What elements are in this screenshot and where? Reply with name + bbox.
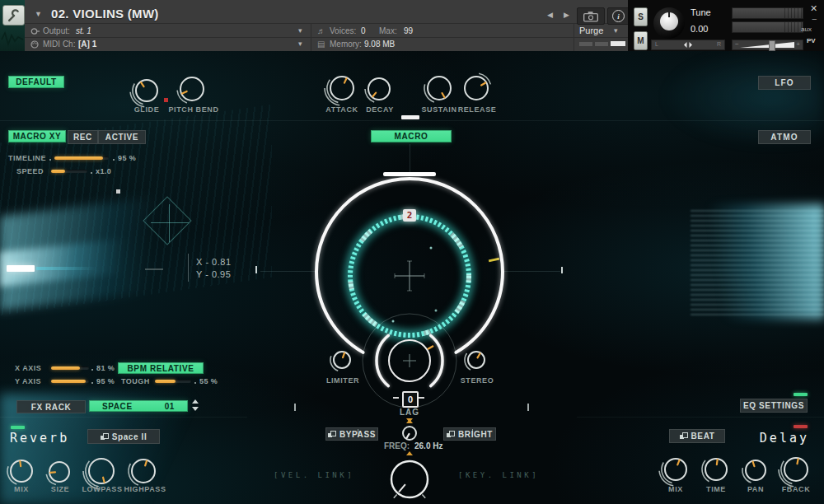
filter-main-knob[interactable] [385,455,434,504]
header-vdivider [574,24,574,51]
space-up-icon[interactable] [192,399,199,404]
release-knob[interactable] [459,71,494,109]
xy-marker[interactable]: 2 [403,209,416,222]
timeline-slider[interactable] [54,156,109,160]
speed-slider[interactable] [51,170,87,173]
tick-dot [194,382,196,384]
page-indicator[interactable] [401,115,419,119]
macro-bar[interactable]: MACRO [371,130,452,142]
decay-knob[interactable] [363,72,396,109]
limiter-knob[interactable] [328,346,356,377]
bypass-button[interactable]: BYPASS [325,427,378,441]
volume-slider-handle[interactable] [769,40,775,51]
pv-label[interactable]: PV [807,37,816,44]
kontakt-instrument-window: ▼ 02. VIOLINS (MW) ◀ ▶ i Output: st. 1 ▾… [0,0,824,504]
mute-button[interactable]: M [634,31,648,50]
space-label: SPACE [102,402,133,411]
fx-rack-button[interactable]: FX RACK [16,400,86,413]
voices-label: Voices: [330,26,356,35]
tune-knob[interactable] [653,7,685,39]
output-dropdown-icon[interactable]: ▾ [298,26,302,35]
reverb-size-label: SIZE [44,485,77,493]
tick-dot [91,369,93,371]
reverb-highpass-label: HIGHPASS [119,485,171,493]
close-icon[interactable]: ✕ [810,3,817,14]
waveform-icon [1,30,24,48]
volume-ramp [740,42,794,48]
purge-button[interactable]: Purge [579,26,603,35]
minimize-icon[interactable]: − [812,14,817,24]
tough-slider[interactable] [155,380,191,383]
eq-led [794,393,808,396]
prev-instrument-icon[interactable]: ◀ [547,11,553,19]
tab-rec[interactable]: REC [68,130,98,144]
x-axis-slider[interactable] [51,366,89,370]
delay-mix-knob[interactable] [659,453,692,489]
midi-dropdown-icon[interactable]: ▾ [298,40,302,48]
purge-dropdown-icon[interactable]: ▾ [614,26,618,35]
y-axis-slider[interactable] [51,380,89,383]
volume-minus-label: − [735,40,739,48]
bright-label: BRIGHT [458,430,493,439]
readout-divider [188,254,189,282]
preset-random-icon [328,431,335,438]
midi-activity-dot [164,98,168,102]
pan-slider-handle[interactable] [683,41,693,49]
key-link-label: [KEY. LINK] [458,471,539,479]
fx-divider-right [577,417,824,418]
delay-led[interactable] [794,425,808,428]
reverb-preset-button[interactable]: Space II [87,429,160,444]
attack-knob[interactable] [325,71,359,109]
y-readout: Y - 0.95 [196,269,231,279]
info-button[interactable]: i [607,7,630,25]
sustain-knob[interactable] [422,71,456,109]
next-instrument-icon[interactable]: ▶ [564,11,569,19]
tick-dot [91,172,92,174]
max-value: 99 [404,26,413,35]
bright-button[interactable]: BRIGHT [443,427,496,441]
decay-label: DECAY [359,105,400,114]
lag-label: LAG [399,408,420,417]
space-down-icon[interactable] [192,407,199,411]
pitch-bend-knob[interactable] [175,72,209,110]
volume-plus-label: + [796,40,800,48]
tab-macro-xy[interactable]: MACRO XY [8,130,66,142]
tab-active[interactable]: ACTIVE [98,130,146,144]
reverb-led[interactable] [11,426,25,429]
tick-dot [91,382,93,384]
hud-tick [472,429,473,436]
memory-value: 9.08 MB [364,40,395,49]
beat-button[interactable]: BEAT [669,429,725,443]
delay-pan-knob[interactable] [740,455,771,489]
snapshot-camera-button[interactable] [577,7,605,25]
fx-divider-left [0,417,247,418]
pan-slider[interactable]: L R [651,40,725,50]
solo-button[interactable]: S [634,7,648,26]
beat-label: BEAT [691,432,715,441]
wrench-icon [7,9,21,22]
preset-random-icon [680,432,687,440]
crosshair-hairline-top [410,144,410,172]
collapse-caret-icon[interactable]: ▼ [35,10,42,18]
lfo-button[interactable]: LFO [758,76,811,90]
delay-time-knob[interactable] [700,453,733,489]
stereo-knob[interactable] [462,346,490,377]
delay-time-label: TIME [700,485,733,493]
purge-meter-segment-active [611,41,625,46]
atmo-button[interactable]: ATMO [758,130,811,144]
preset-default-button[interactable]: DEFAULT [8,76,64,88]
volume-slider[interactable]: − + [732,40,803,50]
bpm-relative-button[interactable]: BPM RELATIVE [118,362,204,374]
header-vdivider [311,24,311,51]
purge-meter-segment [579,42,592,46]
eq-settings-button[interactable]: EQ SETTINGS [740,399,808,413]
level-meter-left [732,7,803,19]
wrench-button[interactable] [2,5,25,26]
space-preset-button[interactable]: SPACE 01 [89,400,188,412]
xy-crosshair [395,261,424,291]
speed-value: x1.0 [96,167,111,175]
reverb-mix-label: MIX [5,485,38,493]
aux-label[interactable]: aux [801,26,812,33]
lag-value-box[interactable]: 0 [402,391,419,408]
tough-value: 55 % [199,377,218,385]
